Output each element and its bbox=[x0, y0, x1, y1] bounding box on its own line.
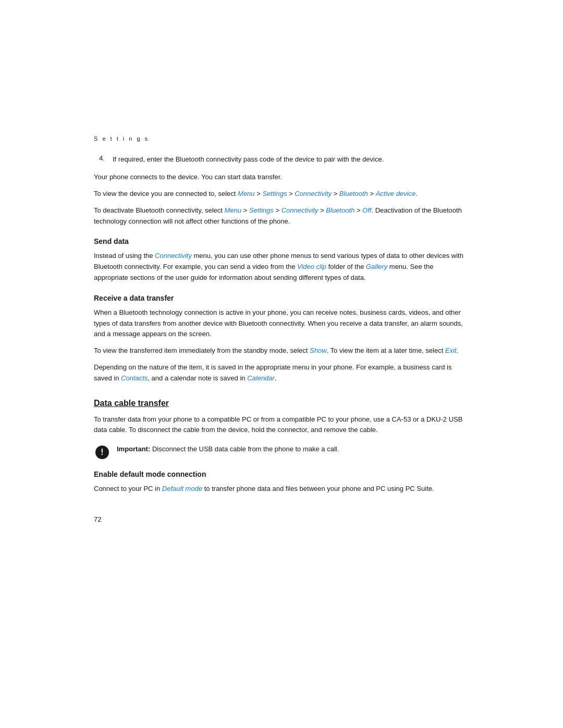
para2-mid2: > bbox=[287, 190, 295, 198]
svg-text:!: ! bbox=[101, 448, 103, 456]
para2-prefix: To view the device you are connected to,… bbox=[94, 190, 238, 198]
link-connectivity-1[interactable]: Connectivity bbox=[295, 190, 332, 198]
enable-prefix: Connect to your PC in bbox=[94, 485, 162, 492]
data-cable-heading: Data cable transfer bbox=[94, 399, 469, 408]
content-area: S e t t i n g s 4. If required, enter th… bbox=[0, 0, 563, 565]
para2-mid3: > bbox=[332, 190, 339, 198]
section-label: S e t t i n g s bbox=[94, 135, 469, 142]
link-settings-2[interactable]: Settings bbox=[249, 206, 274, 214]
link-connectivity-send[interactable]: Connectivity bbox=[155, 252, 192, 260]
page: S e t t i n g s 4. If required, enter th… bbox=[0, 0, 563, 728]
link-bluetooth-1[interactable]: Bluetooth bbox=[339, 190, 368, 198]
send-data-heading: Send data bbox=[94, 237, 469, 245]
enable-default-heading: Enable default mode connection bbox=[94, 470, 469, 478]
link-menu-1[interactable]: Menu bbox=[238, 190, 255, 198]
send-prefix: Instead of using the bbox=[94, 252, 155, 260]
important-box: ! Important: Disconnect the USB data cab… bbox=[94, 444, 469, 460]
step-number: 4. bbox=[99, 154, 113, 165]
important-body-text: Disconnect the USB data cable from the p… bbox=[150, 445, 339, 453]
link-contacts[interactable]: Contacts bbox=[121, 374, 148, 382]
link-active-device[interactable]: Active device bbox=[376, 190, 416, 198]
para3-mid2: > bbox=[274, 206, 282, 214]
link-gallery[interactable]: Gallery bbox=[366, 263, 387, 270]
enable-end: to transfer phone data and files between… bbox=[202, 485, 434, 492]
data-cable-para1: To transfer data from your phone to a co… bbox=[94, 414, 469, 436]
receive-data-para1: When a Bluetooth technology connection i… bbox=[94, 307, 469, 340]
link-exit[interactable]: Exit bbox=[445, 347, 457, 354]
page-number: 72 bbox=[94, 515, 469, 523]
link-off[interactable]: Off bbox=[362, 206, 371, 214]
receive-p3-mid: , and a calendar note is saved in bbox=[148, 374, 247, 382]
important-bold-label: Important: bbox=[117, 445, 150, 453]
link-menu-2[interactable]: Menu bbox=[225, 206, 242, 214]
step-4-text: If required, enter the Bluetooth connect… bbox=[113, 154, 384, 165]
receive-data-para3: Depending on the nature of the item, it … bbox=[94, 362, 469, 384]
step-4-item: 4. If required, enter the Bluetooth conn… bbox=[94, 154, 469, 165]
link-settings-1[interactable]: Settings bbox=[262, 190, 287, 198]
para3-mid1: > bbox=[241, 206, 249, 214]
send-mid2: folder of the bbox=[326, 263, 366, 270]
para2-end: . bbox=[415, 190, 418, 198]
link-show[interactable]: Show bbox=[310, 347, 327, 354]
receive-p2-mid: . To view the item at a later time, sele… bbox=[327, 347, 445, 354]
para3-mid4: > bbox=[354, 206, 362, 214]
link-default-mode[interactable]: Default mode bbox=[162, 485, 202, 492]
enable-default-para: Connect to your PC in Default mode to tr… bbox=[94, 484, 469, 495]
link-videoclip[interactable]: Video clip bbox=[297, 263, 326, 270]
receive-data-para2: To view the transferred item immediately… bbox=[94, 346, 469, 356]
receive-p2-end: . bbox=[457, 347, 459, 354]
para-deactivate: To deactivate Bluetooth connectivity, se… bbox=[94, 205, 469, 227]
important-svg: ! bbox=[94, 446, 110, 459]
important-icon: ! bbox=[94, 445, 111, 460]
link-bluetooth-2[interactable]: Bluetooth bbox=[326, 206, 354, 214]
para-view-connected: To view the device you are connected to,… bbox=[94, 189, 469, 200]
link-calendar[interactable]: Calendar bbox=[247, 374, 275, 382]
send-data-para: Instead of using the Connectivity menu, … bbox=[94, 251, 469, 283]
para3-mid3: > bbox=[319, 206, 326, 214]
para3-prefix: To deactivate Bluetooth connectivity, se… bbox=[94, 206, 225, 214]
receive-data-heading: Receive a data transfer bbox=[94, 294, 469, 302]
para2-mid4: > bbox=[368, 190, 376, 198]
para2-mid1: > bbox=[255, 190, 263, 198]
para-connects: Your phone connects to the device. You c… bbox=[94, 172, 469, 183]
receive-p3-end: . bbox=[275, 374, 277, 382]
receive-p2-prefix: To view the transferred item immediately… bbox=[94, 347, 310, 354]
important-text-container: Important: Disconnect the USB data cable… bbox=[117, 444, 339, 454]
link-connectivity-2[interactable]: Connectivity bbox=[282, 206, 319, 214]
